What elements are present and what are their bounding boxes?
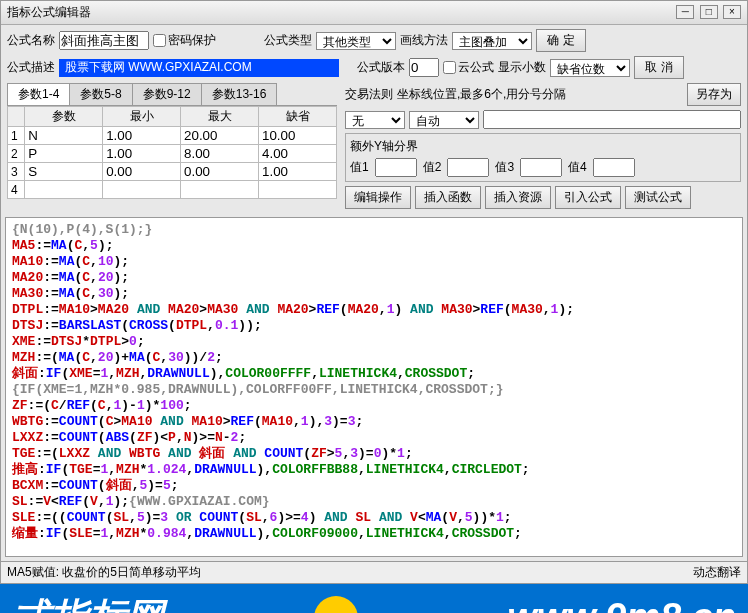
trade-rule-select[interactable]: 无 — [345, 111, 405, 129]
label-version: 公式版本 — [357, 59, 405, 76]
draw-method-select[interactable]: 主图叠加 — [452, 32, 532, 50]
formula-desc[interactable]: 股票下载网 WWW.GPXIAZAI.COM — [59, 59, 339, 77]
value3-input[interactable] — [520, 158, 562, 177]
tab-params-5-8[interactable]: 参数5-8 — [69, 83, 132, 105]
code-editor[interactable]: {N(10),P(4),S(1);} MA5:=MA(C,5); MA10:=M… — [5, 217, 743, 557]
value4-input[interactable] — [593, 158, 635, 177]
cloud-checkbox[interactable]: 云公式 — [443, 59, 494, 76]
test-formula-button[interactable]: 测试公式 — [625, 186, 691, 209]
import-formula-button[interactable]: 引入公式 — [555, 186, 621, 209]
label-type: 公式类型 — [264, 32, 312, 49]
save-as-button[interactable]: 另存为 — [687, 83, 741, 106]
label-desc: 公式描述 — [7, 59, 55, 76]
window-title: 指标公式编辑器 — [7, 4, 91, 21]
tab-params-9-12[interactable]: 参数9-12 — [132, 83, 202, 105]
label-trade-rule: 交易法则 — [345, 86, 393, 103]
close-icon[interactable]: × — [723, 5, 741, 19]
minimize-icon[interactable]: ─ — [676, 5, 694, 19]
param-name[interactable] — [28, 146, 83, 161]
maximize-icon[interactable]: □ — [700, 5, 718, 19]
tab-params-1-4[interactable]: 参数1-4 — [7, 83, 70, 105]
label-name: 公式名称 — [7, 32, 55, 49]
insert-fn-button[interactable]: 插入函数 — [415, 186, 481, 209]
table-row: 4 — [8, 181, 337, 199]
insert-res-button[interactable]: 插入资源 — [485, 186, 551, 209]
cancel-button[interactable]: 取 消 — [634, 56, 684, 79]
ok-button[interactable]: 确 定 — [536, 29, 586, 52]
params-table: 参数 最小最大缺省 1 2 3 4 — [7, 106, 337, 199]
formula-name-input[interactable] — [59, 31, 149, 50]
table-row: 3 — [8, 163, 337, 181]
value2-input[interactable] — [447, 158, 489, 177]
table-row: 1 — [8, 127, 337, 145]
tab-params-13-16[interactable]: 参数13-16 — [201, 83, 278, 105]
version-input[interactable] — [409, 58, 439, 77]
footer-banner: 式指标网 www.9m8.cn — [0, 584, 748, 613]
param-name[interactable] — [28, 128, 83, 143]
table-row: 2 — [8, 145, 337, 163]
decimal-select[interactable]: 缺省位数 — [550, 59, 630, 77]
label-draw: 画线方法 — [400, 32, 448, 49]
password-checkbox[interactable]: 密码保护 — [153, 32, 216, 49]
edit-op-button[interactable]: 编辑操作 — [345, 186, 411, 209]
dyn-translate[interactable]: 动态翻译 — [693, 564, 741, 581]
extra-axis-label: 额外Y轴分界 — [350, 138, 736, 155]
coord-input[interactable] — [483, 110, 741, 129]
coord-mode-select[interactable]: 自动 — [409, 111, 479, 129]
status-text: MA5赋值: 收盘价的5日简单移动平均 — [7, 564, 201, 581]
param-name[interactable] — [28, 164, 83, 179]
label-decimal: 显示小数 — [498, 59, 546, 76]
param-name[interactable] — [28, 182, 83, 197]
formula-type-select[interactable]: 其他类型 — [316, 32, 396, 50]
value1-input[interactable] — [375, 158, 417, 177]
coord-hint: 坐标线位置,最多6个,用分号分隔 — [397, 86, 683, 103]
logo-icon — [314, 596, 358, 614]
